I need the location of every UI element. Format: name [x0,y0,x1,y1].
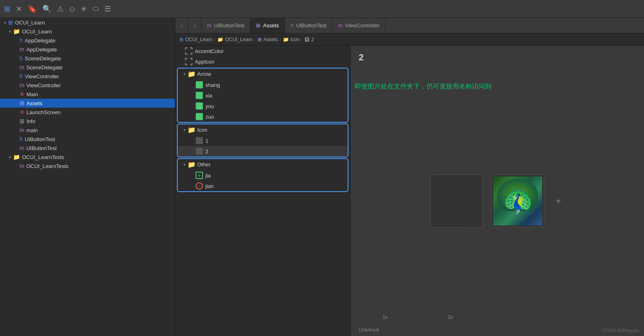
asset-item-accentcolor[interactable]: AccentColor [175,46,350,56]
asset-item-1[interactable]: 1 [178,135,348,146]
asset-item-arrow-folder[interactable]: ▾ 📁 Arrow [178,69,348,80]
annotation-text: 即使图片处在文件夹下，仍可直接用名称访问到 [355,82,492,91]
diamond-icon[interactable]: ◇ [69,4,75,13]
breadcrumb-2[interactable]: 2 [311,37,314,42]
asset-item-2[interactable]: 2 [178,146,348,157]
asterisk-icon[interactable]: ✳ [81,4,87,13]
arrow-expanded-icon: ▾ [7,155,13,159]
sidebar-item-label: ViewController [25,73,59,80]
m-file-icon: m [20,82,24,88]
sidebar-item-label: main [26,127,38,133]
m-file-icon: m [20,163,24,169]
sidebar-item-label: AppDelegate [26,46,57,53]
assets-file-icon: ⊞ [20,100,24,106]
tab-m-icon: m [338,22,343,29]
asset-item-jia[interactable]: + jia [178,170,348,181]
sidebar-item-scenedelegate-m[interactable]: m SceneDelegate [0,63,175,72]
bookmark-icon[interactable]: 🔖 [28,4,37,13]
sidebar-item-appdelegate-m[interactable]: m AppDelegate [0,45,175,54]
folder-icon: 📁 [187,126,196,134]
h-file-icon: h [20,37,23,44]
universal-label: Universal [359,327,379,333]
preview-slot-box-2x [491,175,544,228]
asset-label: 1 [205,138,208,144]
sidebar-item-launchscreen[interactable]: ✕ LaunchScreen [0,108,175,117]
breadcrumb-sep-3: › [280,37,281,42]
preview-slots: + [430,175,565,228]
tab-label: UIButtonTest [296,22,326,29]
sidebar-item-info[interactable]: ⊞ Info [0,117,175,126]
preview-slot-1x [430,175,483,228]
tab-assets-icon: ⊞ [256,22,260,29]
sidebar-item-label: OCUI_LearnTests [26,163,68,169]
breadcrumb-icon[interactable]: Icon [291,37,300,42]
other-folder-group: ▾ 📁 Other + jia − jian [177,158,348,192]
sidebar-item-viewcontroller-m[interactable]: m ViewController [0,81,175,90]
search-icon[interactable]: 🔍 [42,4,51,13]
asset-item-jian[interactable]: − jian [178,181,348,191]
breadcrumb-ocui-learn-1[interactable]: OCUI_Learn [185,37,212,42]
slot-2x-label: 2x [424,314,477,320]
sidebar-item-label: Assets [26,100,42,106]
accent-color-icon [185,47,192,55]
nav-prev-button[interactable]: ‹ [175,18,188,33]
breadcrumb-app-icon[interactable]: ⊞ [179,37,183,42]
sidebar-item-label: SceneDelegate [26,64,63,71]
sidebar-item-label: UIButtonTest [26,145,57,151]
toolbar: ⊞ ✕ 🔖 🔍 ⚠ ◇ ✳ ⬭ ☰ [0,0,644,18]
list-icon[interactable]: ☰ [104,4,111,13]
asset-item-other-folder[interactable]: ▾ 📁 Other [178,159,348,170]
tab-viewcontroller-m[interactable]: m ViewController [333,18,386,33]
arrow-expanded-icon: ▾ [7,29,13,34]
tab-uibuttontest-m[interactable]: m UIButtonTest [201,18,250,33]
sidebar-item-ocui-learntests[interactable]: ▾ 📁 OCUI_LearnTests [0,153,175,161]
sidebar-item-main-m[interactable]: m main [0,126,175,135]
asset-item-shang[interactable]: shang [178,80,348,90]
sidebar-item-ocui-learn-folder[interactable]: ▾ 📁 OCUI_Learn [0,27,175,36]
asset-label: xia [205,93,212,99]
image-icon [196,92,203,99]
asset-item-appicon[interactable]: AppIcon [175,56,350,67]
sidebar-item-appdelegate-h[interactable]: h AppDelegate [0,36,175,45]
asset-label: shang [205,82,220,88]
x-icon[interactable]: ✕ [16,4,22,13]
sidebar-item-viewcontroller-h[interactable]: h ViewController [0,72,175,81]
breadcrumb-folder-icon[interactable]: 📁 [217,37,223,42]
sidebar-item-uibuttontest-h[interactable]: h UIButtonTest [0,135,175,144]
breadcrumb-ocui-learn-2[interactable]: OCUI_Learn [225,37,252,42]
grid-icon[interactable]: ⊞ [4,4,10,13]
breadcrumb-assets-icon[interactable]: ⊞ [258,37,262,42]
nav-next-button[interactable]: › [188,18,201,33]
breadcrumb-assets[interactable]: Assets [263,37,278,42]
asset-label: Icon [197,127,207,133]
warning-icon[interactable]: ⚠ [57,4,64,13]
tab-uibuttontest-h[interactable]: h UIButtonTest [285,18,333,33]
breadcrumb-folder-icon-2[interactable]: 📁 [283,37,289,42]
watermark: CSDN @dfnsyyds [603,328,639,333]
sidebar-item-assets[interactable]: ⊞ Assets [0,99,175,108]
asset-item-zuo[interactable]: zuo [178,111,348,122]
appicon-icon [185,58,192,65]
sidebar-item-scenedelegate-h[interactable]: h SceneDelegate [0,54,175,63]
sidebar-item-main[interactable]: ✕ Main [0,90,175,99]
tab-assets[interactable]: ⊞ Assets [250,18,285,33]
sidebar-item-label: OCUI_Learn [15,20,45,26]
preview-bottom: Universal [351,323,644,336]
sidebar-item-ocui-learntests-m[interactable]: m OCUI_LearnTests [0,161,175,170]
m-file-icon: m [20,145,24,151]
assets-list: AccentColor AppIcon ▾ 📁 Arrow [175,46,351,336]
folder-icon: 📁 [187,70,196,78]
asset-item-you[interactable]: you [178,101,348,111]
asset-item-icon-folder[interactable]: ▾ 📁 Icon [178,124,348,135]
breadcrumb-img-icon[interactable]: 🖼 [304,37,309,42]
asset-item-xia[interactable]: xia [178,90,348,101]
m-file-icon: m [20,127,24,133]
sidebar-item-uibuttontest-m[interactable]: m UIButtonTest [0,144,175,153]
peacock-image [493,177,542,225]
add-slot-button[interactable]: + [552,195,565,207]
sidebar-item-ocui-learn-root[interactable]: ▾ ⊞ OCUI_Learn [0,18,175,27]
tag-icon[interactable]: ⬭ [93,4,99,13]
image-plus-icon: + [196,172,203,179]
h-file-icon: h [20,73,23,80]
sidebar-item-label: OCUI_Learn [22,29,52,35]
